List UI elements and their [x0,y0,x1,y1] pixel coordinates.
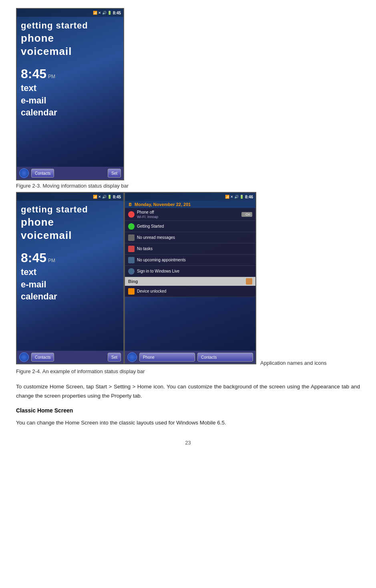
notif-messages[interactable]: No unread messages [125,232,255,243]
gs-icon [128,223,135,230]
menu-getting-started-fig3: getting started [21,20,119,32]
menu-email-fig3: e-mail [17,95,123,107]
notif-messages-text: No unread messages [137,235,175,240]
bing-search-icon[interactable] [246,278,252,285]
menu-phone-fig3: phone [21,32,119,45]
status-time-fig3: 8:45 [113,11,121,15]
notif-windows-live[interactable]: Sign in to Windows Live [125,266,255,277]
section-body-classic: You can change the Home Screen into the … [16,418,360,428]
notif-appt-text: No upcoming appointments [137,257,186,263]
menu-email-fig4-left: e-mail [17,279,123,291]
mail-icon [128,234,135,241]
figure-2-4-wrapper: 📶 ✕ 🔊 🔋 8:45 getting started phone voice… [16,192,360,367]
wl-icon [128,268,135,275]
taskbar-fig3: Contacts Set [17,167,123,180]
contacts-btn-fig4-right[interactable]: Contacts [197,353,253,362]
set-btn-fig3[interactable]: Set [108,169,121,178]
status-bar-fig3: 📶 ✕ 🔊 🔋 8:45 [17,9,123,17]
status-time-fig4-right: 8:46 [245,195,253,199]
menu-calendar-fig4-left: calendar [17,291,123,303]
figure-2-4-caption: Figure 2-4. An example of information st… [16,368,360,374]
notif-getting-started[interactable]: Getting Started [125,221,255,232]
section-heading-classic: Classic Home Screen [16,407,360,414]
page-number: 23 [16,440,360,446]
contacts-btn-fig4-left[interactable]: Contacts [31,353,54,362]
phone-screen-fig3: 📶 ✕ 🔊 🔋 8:45 getting started phone voice… [16,8,124,180]
status-bar-fig4-left: 📶 ✕ 🔊 🔋 8:45 [17,193,123,201]
menu-phone-fig4-left: phone [21,216,119,229]
menu-calendar-fig3: calendar [17,107,123,119]
phone-btn-fig4-right[interactable]: Phone [139,353,195,362]
menu-text-fig3: text [17,82,123,94]
notif-phone-off-text: Phone off [137,210,158,215]
phone-screen-fig4-right: 📶 ✕ 🔊 🔋 8:46 🗓 Monday, November 22, 201 … [124,192,256,364]
phone-menu-fig4-left: getting started phone voicemail [17,201,123,246]
notif-date: 🗓 Monday, November 22, 201 [125,201,255,208]
clock-hour-fig3: 8:45 [21,67,46,81]
clock-row-fig3: 8:45 PM [17,64,123,82]
menu-gs-fig4-left: getting started [21,204,119,216]
notif-on-badge: : On [241,212,252,217]
clock-ampm-fig3: PM [48,74,55,79]
figure-2-3-container: 📶 ✕ 🔊 🔋 8:45 getting started phone voice… [16,8,360,180]
status-time-fig4-left: 8:45 [113,195,121,199]
menu-voicemail-fig4-left: voicemail [21,229,119,242]
notif-tasks[interactable]: No tasks [125,243,255,255]
phone-off-icon [128,211,135,218]
notif-device-unlocked[interactable]: Device unlocked [125,286,255,297]
notif-gs-text: Getting Started [137,224,164,229]
start-btn-fig4-right[interactable] [127,352,137,362]
notification-panel: 🗓 Monday, November 22, 201 Phone off Wi-… [125,201,255,297]
ampm-fig4-left: PM [48,258,55,263]
bing-label: Bing [128,279,138,284]
clock-fig4-left: 8:45 [21,251,46,265]
figure-2-3-caption: Figure 2-3. Moving information status di… [16,183,360,189]
notif-appointments[interactable]: No upcoming appointments [125,255,255,266]
task-icon [128,246,135,252]
clock-row-fig4-left: 8:45 PM [17,248,123,266]
bing-bar[interactable]: Bing [125,277,255,286]
lock-icon [128,288,135,295]
start-btn-fig4-left[interactable] [19,352,29,362]
set-btn-fig4-left[interactable]: Set [108,353,121,362]
taskbar-fig4-right: Phone Contacts [125,351,255,364]
figure-2-4-phones: 📶 ✕ 🔊 🔋 8:45 getting started phone voice… [16,192,256,364]
status-bar-fig4-right: 📶 ✕ 🔊 🔋 8:46 [125,193,255,201]
menu-voicemail-fig3: voicemail [21,45,119,59]
notif-tasks-text: No tasks [137,246,153,251]
notif-unlocked-text: Device unlocked [137,289,166,294]
notif-phone-off[interactable]: Phone off Wi-Fi: innoap : On [125,208,255,221]
notif-wl-text: Sign in to Windows Live [137,269,179,274]
app-names-text: Application names and icons [260,360,327,367]
menu-text-fig4-left: text [17,266,123,278]
start-button-fig3[interactable] [19,168,29,178]
body-paragraph-1: To customize Home Screen, tap Start > Se… [16,382,360,401]
contacts-btn-fig3[interactable]: Contacts [31,169,54,178]
phone-screen-fig4-left: 📶 ✕ 🔊 🔋 8:45 getting started phone voice… [16,192,124,364]
cal-icon [128,257,135,263]
status-icons-fig3: 📶 ✕ 🔊 🔋 [93,11,112,15]
phone-menu-fig3: getting started phone voicemail [17,17,123,62]
notif-wifi-text: Wi-Fi: innoap [137,215,158,219]
taskbar-fig4-left: Contacts Set [17,351,123,364]
